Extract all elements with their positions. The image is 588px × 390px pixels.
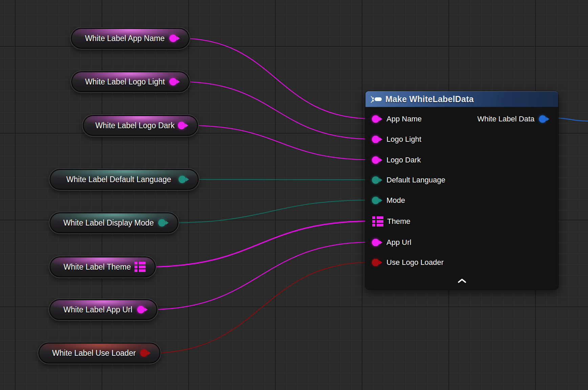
input-pin-logo-dark[interactable]	[372, 156, 379, 164]
node-title: Make WhiteLabelData	[385, 94, 474, 104]
variable-output-pin[interactable]	[169, 78, 177, 85]
variable-node-white-label-app-url[interactable]: White Label App Url	[48, 298, 158, 321]
variable-node-white-label-logo-light[interactable]: White Label Logo Light	[70, 71, 190, 93]
input-pin-app-url[interactable]	[372, 239, 379, 246]
output-pin-label: White Label Data	[477, 115, 534, 123]
node-header[interactable]: ↘↗ Make WhiteLabelData	[365, 91, 558, 107]
variable-output-pin[interactable]	[169, 35, 177, 42]
variable-output-pin[interactable]	[178, 176, 186, 183]
chevron-up-icon	[457, 278, 467, 283]
input-pin-label: Default Language	[386, 176, 445, 184]
variable-node-label: White Label App Name	[85, 34, 165, 43]
variable-node-label: White Label Display Mode	[63, 218, 154, 228]
wire-white-label-use-loader[interactable]	[151, 262, 372, 353]
variable-node-white-label-app-name[interactable]: White Label App Name	[70, 27, 190, 50]
wire-white-label-logo-dark[interactable]	[189, 125, 372, 160]
wire-white-label-theme[interactable]	[147, 221, 372, 267]
variable-node-label: White Label Logo Light	[85, 77, 165, 86]
variable-node-white-label-logo-dark[interactable]: White Label Logo Dark	[82, 114, 199, 137]
variable-output-pin[interactable]	[178, 122, 185, 129]
variable-node-label: White Label Theme	[63, 262, 131, 272]
input-pin-row: App Url	[365, 237, 558, 248]
variable-node-label: White Label Logo Dark	[96, 121, 175, 130]
input-pin-row: Mode	[365, 195, 558, 206]
variable-node-white-label-default-language[interactable]: White Label Default Language	[49, 168, 200, 191]
variable-node-white-label-use-loader[interactable]: White Label Use Loader	[38, 342, 161, 364]
variable-node-label: White Label Use Loader	[52, 349, 136, 358]
input-pin-default-language[interactable]	[372, 176, 379, 184]
variable-output-pin[interactable]	[158, 219, 166, 227]
wire-white-label-logo-light[interactable]	[181, 82, 372, 139]
input-pin-row: Default Language	[365, 174, 558, 186]
variable-node-white-label-display-mode[interactable]: White Label Display Mode	[49, 212, 179, 234]
input-pin-logo-light[interactable]	[372, 136, 379, 143]
blueprint-graph-canvas[interactable]: { "pin_colors":{"pink":"#ef1fef","teal":…	[0, 0, 588, 390]
variable-node-white-label-theme[interactable]: White Label Theme	[49, 256, 156, 278]
input-pin-label: Logo Dark	[386, 156, 421, 164]
input-pin-row: Use Logo Loader	[365, 257, 558, 268]
input-pin-row: Theme	[365, 216, 558, 227]
input-pin-label: Use Logo Loader	[386, 258, 444, 267]
input-pin-row: Logo Dark	[365, 154, 558, 166]
wire-white-label-default-language[interactable]	[190, 179, 372, 180]
variable-node-label: White Label Default Language	[66, 175, 171, 184]
variable-output-pin[interactable]	[134, 262, 146, 272]
input-pin-use-logo-loader[interactable]	[372, 259, 379, 266]
input-pin-label: Theme	[387, 217, 410, 226]
input-pin-row: Logo Light	[365, 134, 558, 145]
variable-output-pin[interactable]	[137, 306, 145, 313]
input-pin-theme[interactable]	[372, 216, 383, 227]
wire-white-label-app-url[interactable]	[148, 242, 372, 310]
input-pin-label: App Url	[386, 238, 411, 247]
wire-white-label-app-name[interactable]	[181, 38, 372, 119]
make-struct-icon: ↘↗	[370, 96, 382, 103]
output-pin-white-label-data[interactable]	[539, 115, 546, 123]
input-pin-label: Mode	[386, 196, 405, 205]
collapse-node-button[interactable]	[454, 277, 470, 285]
wire-white-label-display-mode[interactable]	[169, 200, 372, 223]
input-pin-mode[interactable]	[372, 197, 379, 204]
make-whitelabeldata-node[interactable]: ↘↗ Make WhiteLabelData App Name Logo Lig…	[365, 91, 559, 290]
output-pin-row: White Label Data	[365, 113, 558, 125]
input-pin-label: Logo Light	[386, 135, 421, 144]
variable-output-pin[interactable]	[140, 349, 148, 357]
variable-node-label: White Label App Url	[63, 305, 132, 314]
